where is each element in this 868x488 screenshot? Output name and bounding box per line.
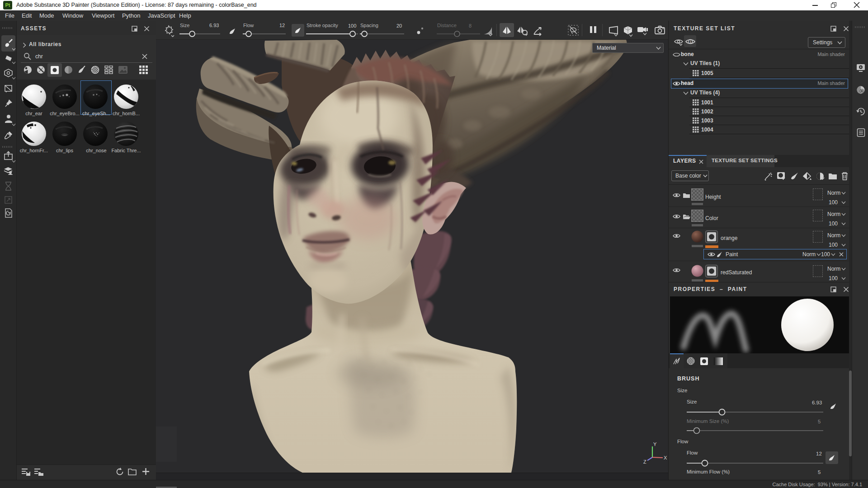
svg-text:Z: Z: [643, 459, 646, 465]
svg-text:X: X: [664, 455, 667, 460]
svg-text:Y: Y: [653, 442, 657, 447]
svg-text:1: 1: [689, 40, 692, 44]
